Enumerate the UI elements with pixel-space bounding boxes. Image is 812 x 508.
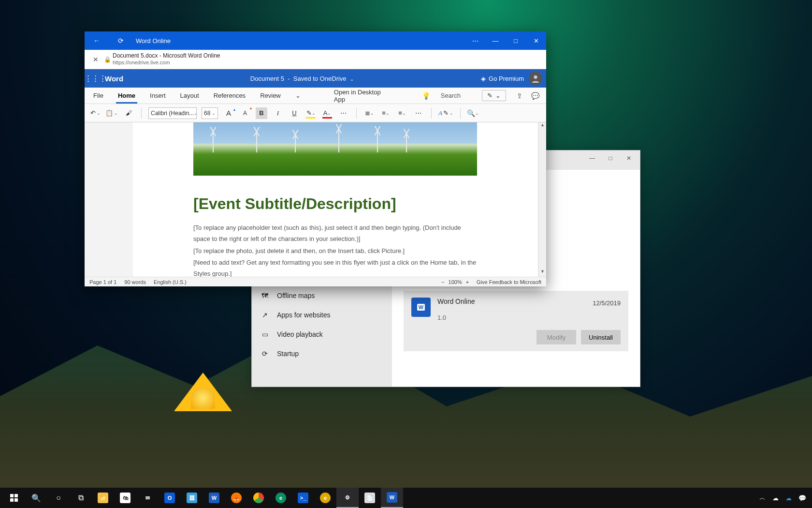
app-entry-word-online[interactable]: W Word Online 1.0 12/5/2019 Modify Unins… [404,291,628,351]
editing-mode-button[interactable]: ✎⌄ [482,90,506,101]
numbering-button[interactable]: ≡⌄ [380,107,392,119]
feedback-link[interactable]: Give Feedback to Microsoft [477,279,541,285]
taskbar: 🔍 ○ ⧉ 📁 🛍 ✉ O 🖼 W 🦊 e >_ e ⚙ 📄 W ︿ ☁ ☁ 💬 [0,488,812,508]
font-size-select[interactable]: 68⌄ [202,107,218,119]
underline-button[interactable]: U [289,107,300,119]
sidebar-item-offline-maps[interactable]: 🗺 Offline maps [252,286,392,305]
tab-layout[interactable]: Layout [178,88,201,104]
scroll-up-icon[interactable]: ▲ [539,122,546,130]
taskbar-word[interactable]: W [203,488,225,508]
taskbar-edge-canary[interactable]: e [314,488,336,508]
sidebar-item-label: Startup [277,350,299,358]
zoom-in-button[interactable]: + [466,279,469,285]
search-button[interactable]: Search [441,92,461,99]
start-button[interactable] [3,488,25,508]
taskbar-photos[interactable]: 🖼 [181,488,203,508]
taskbar-settings[interactable]: ⚙ [336,488,359,508]
document-heading[interactable]: [Event Subtitle/Description] [193,195,477,213]
zoom-out-button[interactable]: − [441,279,444,285]
go-premium-button[interactable]: ◈ Go Premium [481,75,524,82]
refresh-button[interactable]: ⟳ [109,37,133,45]
tab-file[interactable]: File [91,88,105,104]
user-avatar[interactable] [529,72,542,85]
open-desktop-button[interactable]: Open in Desktop App [332,88,392,104]
paste-button[interactable]: 📋⌄ [105,109,118,117]
taskbar-word-online[interactable]: W [381,488,403,508]
tab-more[interactable]: ⌄ [293,88,303,104]
taskbar-terminal[interactable]: >_ [292,488,314,508]
document-hero-image[interactable] [193,122,477,176]
tab-insert[interactable]: Insert [148,88,168,104]
status-words[interactable]: 90 words [124,279,146,285]
app-launcher-icon[interactable]: ⋮⋮⋮ [85,74,103,83]
grow-font-button[interactable]: A▴ [223,107,234,119]
task-view-button[interactable]: ⧉ [70,488,92,508]
modify-button: Modify [536,330,576,344]
find-button[interactable]: 🔍⌄ [467,107,479,119]
taskbar-firefox[interactable]: 🦊 [225,488,247,508]
tab-references[interactable]: References [212,88,247,104]
tray-action-center-icon[interactable]: 💬 [798,494,806,502]
settings-close-button[interactable]: ✕ [620,151,638,165]
paragraph-more-button[interactable]: ⋯ [413,107,424,119]
font-more-button[interactable]: ⋯ [338,107,349,119]
page-title: Document 5.docx - Microsoft Word Online [113,52,220,60]
svg-rect-2 [14,494,18,497]
taskbar-explorer[interactable]: 📁 [92,488,114,508]
tray-overflow-icon[interactable]: ︿ [759,493,766,502]
document-page[interactable]: [Event Subtitle/Description] [To replace… [133,122,537,277]
sidebar-item-apps-for-websites[interactable]: ↗ Apps for websites [252,305,392,325]
share-button[interactable]: ⇪ [517,92,522,100]
highlight-button[interactable]: ✎⌄ [305,107,317,119]
document-paragraph[interactable]: [To replace any placeholder text (such a… [193,223,477,245]
taskbar-store[interactable]: 🛍 [114,488,136,508]
chevron-down-icon: ⌄ [350,76,354,82]
taskbar-outlook[interactable]: O [159,488,181,508]
bullets-button[interactable]: ≣⌄ [363,107,375,119]
tray-onedrive-icon[interactable]: ☁ [772,494,779,502]
comments-button[interactable]: 💬 [531,92,539,100]
cortana-button[interactable]: ○ [47,488,70,508]
tray-onedrive-icon[interactable]: ☁ [785,494,792,502]
status-page[interactable]: Page 1 of 1 [89,279,116,285]
back-button[interactable]: ← [85,37,109,45]
taskbar-notepad[interactable]: 📄 [359,488,381,508]
close-button[interactable]: ✕ [526,37,546,45]
sidebar-item-video-playback[interactable]: ▭ Video playback [252,325,392,344]
status-language[interactable]: English (U.S.) [154,279,187,285]
format-painter-button[interactable]: 🖌 [123,107,134,119]
uninstall-button[interactable]: Uninstall [581,330,621,344]
undo-button[interactable]: ↶⌄ [90,109,101,117]
align-button[interactable]: ≡⌄ [396,107,408,119]
minimize-button[interactable]: — [485,37,506,45]
tab-home[interactable]: Home [116,88,137,104]
word-title-bar[interactable]: ← ⟳ Word Online ⋯ — □ ✕ [85,31,546,50]
tab-review[interactable]: Review [258,88,283,104]
more-button[interactable]: ⋯ [465,37,485,45]
styles-button[interactable]: A✎⌄ [438,109,453,117]
system-tray[interactable]: ︿ ☁ ☁ 💬 [759,493,809,502]
tab-close-icon[interactable]: ✕ [89,56,102,63]
document-title[interactable]: Document 5 - Saved to OneDrive ⌄ [123,75,481,82]
taskbar-chrome[interactable] [247,488,270,508]
sidebar-item-startup[interactable]: ⟳ Startup [252,344,392,363]
document-canvas[interactable]: [Event Subtitle/Description] [To replace… [85,122,546,277]
document-paragraph[interactable]: [To replace the photo, just delete it an… [193,246,477,257]
taskbar-edge-beta[interactable]: e [270,488,292,508]
taskbar-mail[interactable]: ✉ [136,488,159,508]
document-paragraph[interactable]: [Need to add text? Get any text formatti… [193,257,477,277]
font-color-button[interactable]: A⌄ [321,107,333,119]
search-button[interactable]: 🔍 [25,488,47,508]
bold-button[interactable]: B [256,107,267,119]
maximize-button[interactable]: □ [506,37,526,45]
window-title: Word Online [136,37,171,45]
font-name-select[interactable]: Calibri (Headin...⌄ [148,107,197,119]
scroll-down-icon[interactable]: ▼ [539,269,546,277]
vertical-scrollbar[interactable]: ▲ ▼ [538,122,546,277]
settings-maximize-button[interactable]: □ [601,151,620,165]
word-brand[interactable]: Word [105,75,123,83]
settings-minimize-button[interactable]: — [583,151,601,165]
app-version: 1.0 [437,314,593,321]
shrink-font-button[interactable]: A▾ [239,107,251,119]
italic-button[interactable]: I [272,107,284,119]
